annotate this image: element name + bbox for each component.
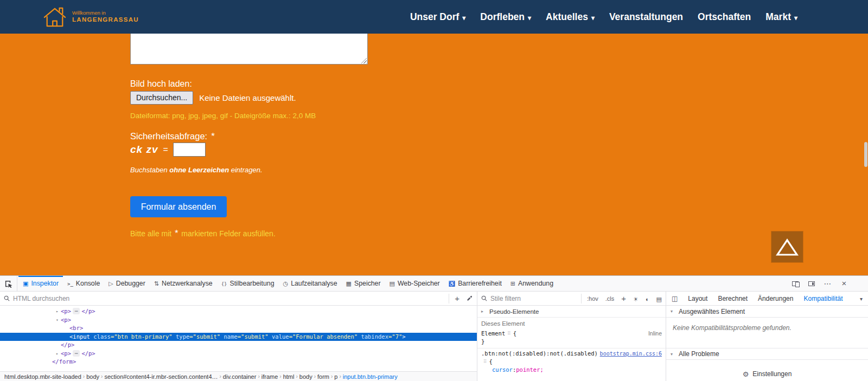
breadcrumb-item[interactable]: html	[282, 373, 296, 380]
page-scrollbar-thumb[interactable]	[864, 142, 867, 167]
breadcrumb-item[interactable]: iframe	[260, 373, 280, 380]
css-declaration[interactable]: cursor: pointer;	[477, 366, 666, 374]
close-devtools-button[interactable]	[838, 277, 851, 289]
breadcrumb-item[interactable]: body	[298, 373, 314, 380]
file-format-hint: Dateiformat: png, jpg, jpeg, gif - Datei…	[130, 112, 316, 120]
style-filter-input[interactable]	[490, 295, 578, 302]
tab-netzwerkanalyse[interactable]: Netzwerkanalyse	[150, 276, 217, 291]
storage-icon	[390, 281, 395, 287]
nav-item-markt[interactable]: Markt	[765, 11, 797, 23]
markup-row-form-close[interactable]: </form>	[0, 358, 477, 366]
site-logo[interactable]: Willkommen in LANGENGRASSAU	[42, 6, 139, 28]
required-fields-hint: Bitte alle mit * markierten Felder ausfü…	[130, 229, 276, 238]
inline-ellipsis[interactable]: ⋯	[73, 308, 80, 314]
print-media-icon[interactable]	[656, 294, 662, 303]
pick-element-button[interactable]	[0, 276, 17, 291]
breadcrumb-bar: html.desktop.mbr-site-loaded› body› sect…	[0, 371, 477, 381]
breadcrumb-item[interactable]: div.container	[221, 373, 258, 380]
performance-icon	[283, 281, 289, 287]
class-toggle[interactable]: .cls	[605, 295, 615, 302]
tab-konsole[interactable]: Konsole	[63, 276, 104, 291]
twisty-icon[interactable]	[481, 309, 487, 314]
tab-stilbearbeitung[interactable]: Stilbearbeitung	[217, 276, 279, 291]
scroll-to-top-button[interactable]	[771, 231, 803, 262]
all-issues-section[interactable]: Alle Probleme	[666, 348, 868, 360]
element-rule-open: Element { Inline	[477, 330, 666, 338]
sidebar-toggle-button[interactable]	[672, 295, 678, 302]
tab-aenderungen[interactable]: Änderungen	[758, 295, 793, 302]
stylesheet-link[interactable]: bootstrap.min.css:6	[600, 350, 662, 358]
markup-row-p-close[interactable]: </p>	[0, 341, 477, 350]
breadcrumb-item-current[interactable]: input.btn.btn-primary	[341, 373, 399, 380]
textarea-resize-grip[interactable]	[360, 56, 367, 63]
markup-row-p-open[interactable]: <p>	[0, 316, 477, 325]
more-tabs-icon	[860, 295, 863, 302]
nav-item-ortschaften[interactable]: Ortschaften	[698, 11, 751, 23]
twisty-icon[interactable]	[671, 309, 676, 314]
selector-highlighter-icon[interactable]	[507, 330, 511, 338]
tab-debugger[interactable]: Debugger	[104, 276, 149, 291]
network-icon	[154, 281, 159, 287]
caret-down-icon	[591, 11, 595, 23]
caret-down-icon	[528, 11, 531, 23]
close-icon	[842, 279, 847, 288]
devtools-menu-button[interactable]	[821, 277, 834, 289]
markup-row-input-selected[interactable]: <input class="btn btn-primary" type="sub…	[0, 333, 477, 341]
tab-speicher[interactable]: Speicher	[342, 276, 385, 291]
tab-barrierefreiheit[interactable]: Barrierefreiheit	[444, 276, 506, 291]
css-property-value: pointer;	[516, 366, 544, 374]
nav-item-dorfleben[interactable]: Dorfleben	[480, 11, 531, 23]
breadcrumb-item[interactable]: section#content4-ir.mbr-section.content4…	[103, 373, 219, 380]
markup-row-br[interactable]: <br>	[0, 324, 477, 333]
message-textarea[interactable]	[130, 34, 368, 64]
eyedropper-button[interactable]	[467, 294, 473, 303]
inline-ellipsis[interactable]: ⋯	[73, 350, 80, 357]
tab-layout[interactable]: Layout	[688, 295, 707, 302]
btn-rule-selector-line: .btn:not(:disabled):not(.disabled) boots…	[477, 350, 666, 358]
nav-item-unser-dorf[interactable]: Unser Dorf	[410, 11, 465, 23]
markup-row-p-collapsed-1[interactable]: <p>⋯</p>	[0, 307, 477, 316]
nav-item-aktuelles[interactable]: Aktuelles	[546, 11, 595, 23]
responsive-mode-button[interactable]	[789, 277, 802, 289]
dock-side-button[interactable]	[805, 277, 818, 289]
tab-inspektor[interactable]: Inspektor	[18, 276, 63, 291]
main-nav: Unser Dorf Dorfleben Aktuelles Veranstal…	[410, 11, 797, 23]
dark-scheme-icon[interactable]	[646, 294, 649, 303]
nav-item-veranstaltungen[interactable]: Veranstaltungen	[609, 11, 683, 23]
devtools-toolbar-actions	[789, 276, 868, 291]
twisty-icon[interactable]	[54, 316, 61, 325]
breadcrumb-item[interactable]: p	[333, 373, 339, 380]
logo-tagline: Willkommen in	[72, 10, 139, 16]
twisty-icon[interactable]	[671, 352, 676, 357]
more-tabs-button[interactable]	[860, 295, 863, 302]
breadcrumb-item[interactable]: body	[85, 373, 101, 380]
pseudo-elements-section[interactable]: Pseudo-Elemente	[477, 306, 666, 318]
tab-kompatibilitaet[interactable]: Kompatibilität	[803, 295, 843, 302]
selector-highlighter-icon[interactable]	[483, 358, 487, 366]
tab-web-speicher[interactable]: Web-Speicher	[385, 276, 444, 291]
pseudo-class-toggle[interactable]: :hov	[587, 295, 598, 302]
twisty-icon[interactable]	[54, 350, 61, 358]
btn-rule-selector[interactable]: .btn:not(:disabled):not(.disabled)	[481, 350, 598, 358]
browse-button[interactable]: Durchsuchen...	[130, 91, 193, 105]
breadcrumb-item[interactable]: form	[316, 373, 331, 380]
rules-panel: :hov .cls + Pseudo-Elemente Dieses Eleme…	[477, 292, 666, 381]
compat-settings-button[interactable]: Einstellungen	[666, 367, 868, 381]
element-rule-selector[interactable]: Element	[481, 330, 505, 338]
btn-rule-open: {	[477, 358, 666, 366]
add-rule-button[interactable]: +	[621, 294, 626, 302]
tab-berechnet[interactable]: Berechnet	[718, 295, 748, 302]
add-node-button[interactable]: +	[455, 294, 459, 302]
tab-anwendung[interactable]: Anwendung	[506, 276, 558, 291]
markup-row-p-collapsed-2[interactable]: <p>⋯</p>	[0, 350, 477, 358]
captcha-input[interactable]	[173, 143, 206, 157]
submit-button[interactable]: Formular absenden	[130, 196, 227, 217]
site-header: Willkommen in LANGENGRASSAU Unser Dorf D…	[0, 0, 868, 34]
selected-element-section[interactable]: Ausgewähltes Element	[666, 306, 868, 318]
light-scheme-icon[interactable]	[633, 294, 639, 303]
html-search-input[interactable]	[13, 295, 445, 302]
twisty-icon[interactable]	[54, 307, 61, 316]
tab-laufzeitanalyse[interactable]: Laufzeitanalyse	[279, 276, 342, 291]
settings-gear-icon	[743, 370, 749, 378]
breadcrumb-item[interactable]: html.desktop.mbr-site-loaded	[3, 373, 83, 380]
